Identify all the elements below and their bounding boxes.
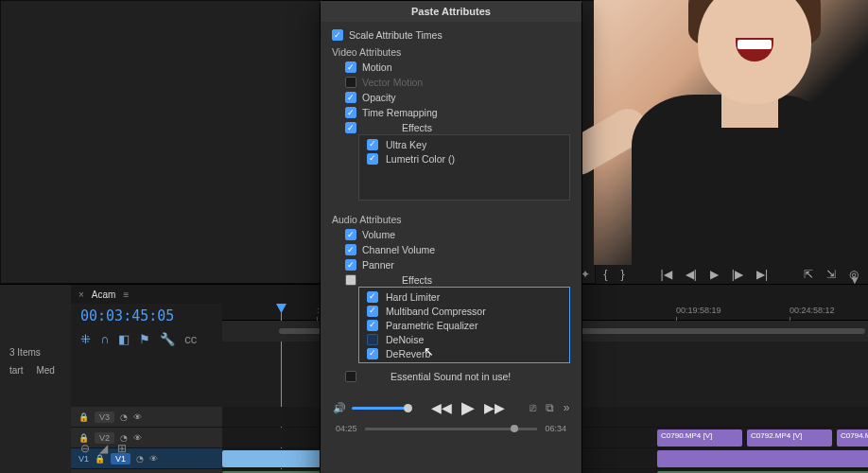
- channel-volume-checkbox[interactable]: [345, 244, 356, 255]
- step-back-icon[interactable]: ◀|: [686, 268, 697, 281]
- settings-icon[interactable]: ⚑: [139, 332, 150, 346]
- clip[interactable]: C0794.MP: [837, 429, 868, 447]
- clip[interactable]: C0790.MP4 [V]: [657, 429, 742, 447]
- clip[interactable]: C0792.MP4 [V]: [747, 429, 832, 447]
- scale-attribute-times-label: Scale Attribute Times: [349, 29, 443, 41]
- linked-selection-icon[interactable]: ∩: [100, 332, 109, 346]
- toggle-output-icon[interactable]: ◔: [120, 412, 128, 422]
- project-panel: 3 Items tart Med: [0, 285, 71, 473]
- tool-icon[interactable]: ◢: [99, 442, 108, 455]
- hard-limiter-checkbox[interactable]: [367, 291, 378, 303]
- media-time-current: 04:25: [336, 424, 357, 433]
- close-icon[interactable]: ×: [78, 289, 84, 300]
- play-icon[interactable]: ▶: [460, 397, 477, 418]
- eye-icon[interactable]: 👁: [133, 412, 142, 422]
- play-icon[interactable]: ▶: [710, 268, 719, 281]
- parametric-equalizer-checkbox[interactable]: [367, 320, 378, 331]
- timeline-tools: ⁜ ∩ ◧ ⚑ 🔧 cc: [71, 328, 222, 350]
- sequence-tab[interactable]: Acam: [92, 289, 116, 300]
- lock-icon[interactable]: 🔒: [78, 412, 89, 422]
- dialog-title: Paste Attributes: [321, 1, 582, 22]
- audio-effects-checkbox[interactable]: [345, 274, 356, 286]
- media-controls: 🔊 ◀◀ ▶ ▶▶ ⎚ ⧉ » 04:25 06:34: [332, 394, 570, 437]
- media-scrubber[interactable]: [365, 428, 538, 430]
- audio-effects-list: Hard Limiter Multiband Compressor Parame…: [358, 287, 570, 363]
- scale-attribute-times-checkbox[interactable]: [332, 29, 343, 41]
- marker-tool-icon[interactable]: ◧: [118, 332, 130, 346]
- go-to-out-icon[interactable]: ▶|: [756, 268, 768, 281]
- cursor-icon: ↖: [424, 344, 434, 359]
- video-effects-list: Ultra Key Lumetri Color (): [358, 134, 570, 201]
- fast-forward-icon[interactable]: ▶▶: [482, 400, 507, 415]
- rewind-icon[interactable]: ◀◀: [429, 400, 454, 415]
- pip-icon[interactable]: ⧉: [546, 401, 554, 414]
- lift-icon[interactable]: ⇱: [804, 268, 813, 281]
- motion-checkbox[interactable]: [345, 61, 356, 73]
- video-effects-checkbox[interactable]: [345, 122, 356, 133]
- volume-slider[interactable]: [352, 407, 408, 410]
- ultra-key-checkbox[interactable]: [367, 139, 378, 150]
- media-time-total: 06:34: [545, 424, 566, 433]
- paste-attributes-dialog: Paste Attributes Scale Attribute Times V…: [320, 0, 582, 473]
- track-header-v3[interactable]: 🔒 V3 ◔ 👁: [71, 407, 222, 427]
- go-to-in-icon[interactable]: |◀: [661, 268, 672, 281]
- time-remapping-checkbox[interactable]: [345, 107, 356, 118]
- cc-icon[interactable]: cc: [184, 332, 197, 346]
- current-timecode[interactable]: 00:03:45:05: [71, 304, 222, 328]
- denoise-checkbox[interactable]: [367, 334, 378, 345]
- more-icon[interactable]: »: [564, 401, 570, 414]
- program-monitor: [594, 0, 868, 265]
- wrench-icon[interactable]: 🔧: [160, 332, 175, 346]
- snap-icon[interactable]: ⁜: [80, 332, 91, 346]
- panner-checkbox[interactable]: [345, 259, 356, 271]
- lumetri-color-checkbox[interactable]: [367, 153, 378, 165]
- panel-menu-icon[interactable]: ≡: [123, 289, 129, 300]
- mark-out-icon[interactable]: }: [620, 268, 624, 281]
- tool-icon[interactable]: ⊞: [117, 442, 127, 455]
- volume-checkbox[interactable]: [345, 229, 356, 240]
- items-count: 3 Items: [6, 290, 65, 358]
- filter-icon[interactable]: ▼: [849, 273, 860, 287]
- step-forward-icon[interactable]: |▶: [732, 268, 743, 281]
- mark-in-icon[interactable]: {: [603, 268, 607, 281]
- extract-icon[interactable]: ⇲: [826, 268, 836, 281]
- clip[interactable]: [657, 450, 868, 467]
- vector-motion-checkbox: [345, 77, 356, 88]
- track-header-a1[interactable]: 🔒 A1 M: [71, 469, 222, 473]
- video-attributes-label: Video Attributes: [332, 43, 570, 60]
- essential-sound-checkbox[interactable]: [345, 371, 356, 382]
- volume-icon[interactable]: 🔊: [333, 402, 346, 414]
- zoom-out-icon[interactable]: ⊖: [80, 442, 90, 455]
- transport-controls: ✦ { } |◀ ◀| ▶ |▶ ▶| ⇱ ⇲ ◎: [581, 263, 859, 286]
- audio-attributes-label: Audio Attributes: [332, 210, 570, 227]
- dereverb-checkbox[interactable]: [367, 348, 378, 359]
- opacity-checkbox[interactable]: [345, 92, 356, 103]
- cast-icon[interactable]: ⎚: [529, 401, 536, 414]
- multiband-compressor-checkbox[interactable]: [367, 306, 378, 317]
